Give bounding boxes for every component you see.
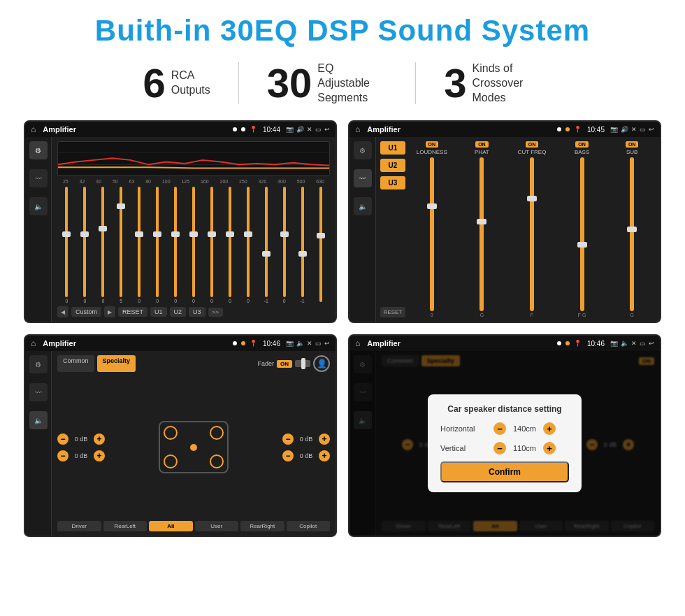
ch-sub-track[interactable] xyxy=(630,157,634,311)
ch-loudness-on[interactable]: ON xyxy=(426,141,439,148)
eq-track-3[interactable] xyxy=(120,187,122,297)
eq-thumb-11[interactable] xyxy=(262,251,271,257)
distance-back-icon: ↩ xyxy=(649,340,654,347)
eq-next-btn[interactable]: ▶ xyxy=(104,306,115,317)
eq-thumb-14[interactable] xyxy=(317,233,325,238)
eq-u2-btn[interactable]: U2 xyxy=(170,307,187,317)
eq-track-4[interactable] xyxy=(138,187,140,297)
crossover-u3-btn[interactable]: U3 xyxy=(380,176,405,189)
fader-db-minus-1[interactable]: − xyxy=(57,434,68,445)
eq-reset-btn[interactable]: RESET xyxy=(118,307,147,317)
eq-slider-8: 0 xyxy=(204,187,220,303)
eq-thumb-4[interactable] xyxy=(135,231,143,237)
fader-mini-thumb[interactable] xyxy=(301,358,305,369)
dialog-vertical-plus[interactable]: + xyxy=(543,442,556,454)
distance-close-icon: ✕ xyxy=(631,340,637,347)
ch-phat-on[interactable]: ON xyxy=(475,141,489,148)
eq-track-5[interactable] xyxy=(156,187,159,297)
ch-loudness-track[interactable] xyxy=(430,157,434,311)
fader-sidebar-speaker-btn[interactable]: 🔈 xyxy=(29,411,48,429)
ch-phat-track[interactable] xyxy=(480,157,484,311)
eq-track-8[interactable] xyxy=(210,187,213,297)
ch-bass-slider xyxy=(558,157,606,311)
eq-thumb-0[interactable] xyxy=(62,231,71,237)
fader-all-btn[interactable]: All xyxy=(149,521,193,531)
fader-db-plus-4[interactable]: + xyxy=(319,450,330,461)
eq-track-10[interactable] xyxy=(247,187,250,297)
ch-cutfreq-on[interactable]: ON xyxy=(526,141,539,148)
eq-prev-btn[interactable]: ◀ xyxy=(57,306,68,317)
eq-track-7[interactable] xyxy=(192,187,195,297)
eq-track-9[interactable] xyxy=(229,187,231,297)
fader-db-minus-3[interactable]: − xyxy=(282,434,294,445)
crossover-sidebar-eq-btn[interactable]: ⚙ xyxy=(354,141,372,159)
ch-cutfreq-thumb[interactable] xyxy=(527,196,537,201)
eq-thumb-5[interactable] xyxy=(153,231,161,237)
fader-driver-btn[interactable]: Driver xyxy=(57,521,101,531)
crossover-reset-btn[interactable]: RESET xyxy=(380,307,405,317)
eq-thumb-9[interactable] xyxy=(226,231,234,237)
eq-track-2[interactable] xyxy=(101,187,104,297)
dialog-confirm-btn[interactable]: Confirm xyxy=(440,461,569,482)
ch-sub-slider xyxy=(608,157,656,311)
fader-rearright-btn[interactable]: RearRight xyxy=(240,521,284,531)
fader-common-tab[interactable]: Common xyxy=(57,355,94,372)
eq-sidebar-wave-btn[interactable]: 〰 xyxy=(29,169,48,187)
dialog-horizontal-plus[interactable]: + xyxy=(543,422,556,435)
crossover-u2-btn[interactable]: U2 xyxy=(380,159,405,172)
eq-thumb-12[interactable] xyxy=(280,231,289,237)
fader-db-minus-2[interactable]: − xyxy=(57,450,68,461)
eq-thumb-2[interactable] xyxy=(99,226,107,231)
crossover-sidebar-wave-btn[interactable]: 〰 xyxy=(354,169,372,187)
eq-track-0[interactable] xyxy=(65,187,68,297)
ch-loudness-thumb[interactable] xyxy=(427,203,437,209)
ch-bass-on[interactable]: ON xyxy=(575,141,589,148)
fader-rearleft-btn[interactable]: RearLeft xyxy=(103,521,147,531)
eq-track-14[interactable] xyxy=(319,187,322,302)
eq-u1-btn[interactable]: U1 xyxy=(150,307,167,317)
eq-thumb-7[interactable] xyxy=(189,231,198,237)
eq-thumb-3[interactable] xyxy=(117,203,125,209)
distance-status-bar: ⌂ Amplifier 📍 10:46 📷 🔈 ✕ ▭ ↩ xyxy=(349,336,660,351)
eq-track-12[interactable] xyxy=(283,187,286,297)
eq-track-6[interactable] xyxy=(174,187,177,297)
fader-specialty-tab[interactable]: Specialty xyxy=(97,355,136,372)
ch-phat-label: PHAT xyxy=(475,149,489,155)
eq-sidebar-eq-btn[interactable]: ⚙ xyxy=(29,141,48,159)
fader-on-badge[interactable]: ON xyxy=(277,360,292,368)
eq-sidebar-speaker-btn[interactable]: 🔈 xyxy=(29,197,48,215)
fader-sidebar-wave-btn[interactable]: 〰 xyxy=(29,383,48,401)
speaker-car-outline xyxy=(159,421,229,473)
stats-row: 6 RCAOutputs 30 EQ AdjustableSegments 3 … xyxy=(21,62,664,105)
fader-db-plus-3[interactable]: + xyxy=(319,434,330,445)
eq-track-1[interactable] xyxy=(83,187,86,297)
dialog-vertical-minus[interactable]: − xyxy=(493,442,506,454)
fader-db-plus-1[interactable]: + xyxy=(94,434,105,445)
fader-user-btn[interactable]: User xyxy=(195,521,239,531)
fader-slider-mini[interactable] xyxy=(295,360,310,367)
eq-thumb-13[interactable] xyxy=(298,251,307,257)
ch-phat-thumb[interactable] xyxy=(477,219,486,224)
ch-cutfreq-track[interactable] xyxy=(530,157,534,311)
ch-bass-track[interactable] xyxy=(580,157,584,311)
eq-more-btn[interactable]: >> xyxy=(208,308,223,317)
eq-track-11[interactable] xyxy=(265,187,268,297)
crossover-u1-btn[interactable]: U1 xyxy=(380,141,405,155)
eq-u3-btn[interactable]: U3 xyxy=(189,307,206,317)
eq-track-13[interactable] xyxy=(301,187,304,297)
eq-thumb-10[interactable] xyxy=(244,231,252,237)
eq-thumb-6[interactable] xyxy=(171,231,180,237)
dialog-horizontal-minus[interactable]: − xyxy=(493,422,506,435)
fader-copilot-btn[interactable]: Copilot xyxy=(287,521,331,531)
eq-thumb-1[interactable] xyxy=(80,231,89,237)
crossover-sidebar-speaker-btn[interactable]: 🔈 xyxy=(354,197,372,215)
fader-db-minus-4[interactable]: − xyxy=(282,450,294,461)
fader-db-plus-2[interactable]: + xyxy=(94,450,105,461)
ch-sub-thumb[interactable] xyxy=(627,227,637,232)
distance-dot1 xyxy=(557,341,561,345)
ch-bass-thumb[interactable] xyxy=(577,242,587,248)
fader-sidebar-eq-btn[interactable]: ⚙ xyxy=(29,355,48,373)
ch-sub-on[interactable]: ON xyxy=(626,141,639,148)
eq-thumb-8[interactable] xyxy=(208,231,216,237)
dialog-vertical-ctrl: − 110cm + xyxy=(493,442,556,454)
